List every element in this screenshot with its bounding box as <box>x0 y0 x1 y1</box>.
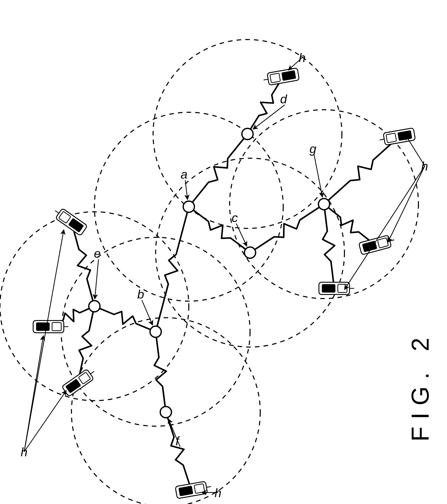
node-b <box>150 326 161 337</box>
handset-g-0 <box>319 282 354 294</box>
link-a-c <box>189 207 250 253</box>
h-leader-3-1 <box>388 166 425 242</box>
handset-d-0 <box>263 68 299 86</box>
leader-e <box>95 259 98 299</box>
h-callouts: hhhh <box>21 51 428 500</box>
access-link-e-0 <box>71 222 94 306</box>
handset-e-1 <box>33 321 68 333</box>
h-label-3: h <box>421 159 428 173</box>
node-label-e: e <box>94 247 101 260</box>
diagram-canvas: abcdefg hhhh FIG. 2 <box>0 0 447 504</box>
access-link-g-1 <box>324 204 375 245</box>
node-label-b: b <box>137 288 144 301</box>
nodes-layer <box>89 128 330 418</box>
handset-f-0 <box>175 481 212 499</box>
h-leader-3-2 <box>344 166 425 290</box>
figure-label: FIG. 2 <box>406 330 434 441</box>
link-a-d <box>189 134 247 207</box>
h-label-1: h <box>299 51 306 65</box>
access-link-g-2 <box>324 137 399 204</box>
leader-g <box>314 155 322 197</box>
node-label-c: c <box>232 211 238 225</box>
handset-g-2 <box>379 128 415 146</box>
node-f <box>160 407 171 418</box>
h-leader-0-1 <box>24 336 43 452</box>
access-link-d-0 <box>247 77 283 134</box>
handsets-layer <box>33 68 415 499</box>
handset-e-0 <box>52 206 88 236</box>
h-leader-0-2 <box>24 390 66 452</box>
node-c <box>244 247 256 258</box>
access-link-g-0 <box>323 204 335 288</box>
h-label-2: h <box>215 486 221 500</box>
node-a <box>183 201 194 212</box>
leader-b <box>142 300 153 325</box>
node-d <box>242 128 253 140</box>
node-e <box>89 301 100 312</box>
node-label-a: a <box>181 168 188 181</box>
link-b-f <box>154 332 166 412</box>
node-label-g: g <box>309 142 316 156</box>
node-g <box>318 199 330 210</box>
h-leader-0-0 <box>24 230 64 452</box>
link-c-g <box>250 204 324 253</box>
h-label-0: h <box>21 445 28 459</box>
link-a-b <box>156 207 189 332</box>
node-label-d: d <box>280 92 287 106</box>
